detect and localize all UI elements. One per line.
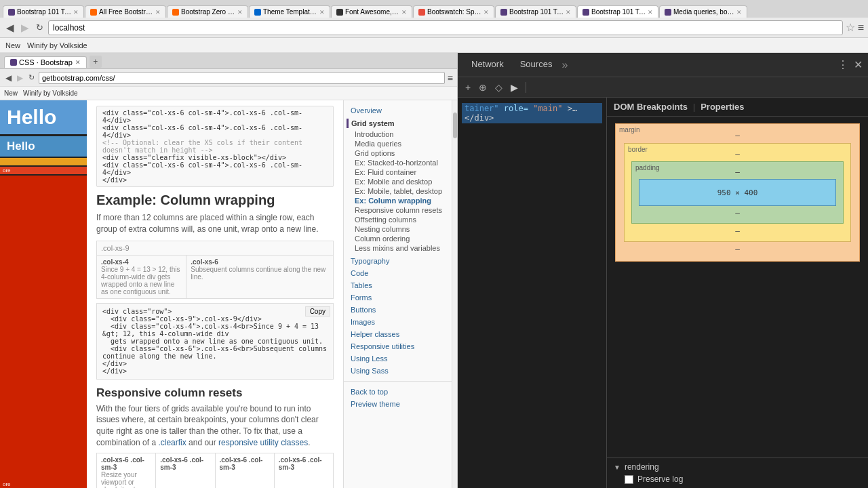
- inner-menu-icon[interactable]: ≡: [448, 73, 453, 83]
- tab-9[interactable]: Media queries, bootstrap a... ✕: [659, 5, 747, 18]
- utility-classes-link[interactable]: responsive utility classes: [218, 438, 308, 447]
- sidebar-item-column-ordering[interactable]: Column ordering: [355, 234, 445, 243]
- menu-icon[interactable]: ≡: [858, 22, 864, 34]
- sidebar-item-helper[interactable]: Helper classes: [351, 330, 399, 338]
- grid-cell-right-body: Subsequent columns continue along the ne…: [191, 266, 329, 281]
- inner-bookmark-new[interactable]: New: [4, 89, 18, 97]
- clearfix-link[interactable]: .clearfix: [158, 438, 186, 447]
- sidebar-item-fluid[interactable]: Ex: Fluid container: [355, 167, 445, 177]
- padding-dash-bottom[interactable]: –: [735, 208, 740, 218]
- sidebar-item-nesting[interactable]: Nesting columns: [355, 224, 445, 234]
- margin-dash-bottom[interactable]: –: [735, 245, 740, 254]
- bookmark-winify[interactable]: Winify by Volkside: [27, 41, 87, 49]
- code-area-line-2: <div class="col-xs-9">.col-xs-9</div>: [102, 315, 328, 323]
- tab-close-4[interactable]: ✕: [319, 9, 325, 16]
- inner-tab-close[interactable]: ✕: [75, 59, 81, 66]
- dev-tools-menu-btn[interactable]: ⋮: [837, 58, 848, 71]
- sidebar-item-overview[interactable]: Overview: [351, 106, 382, 115]
- new-tab-btn[interactable]: +: [90, 56, 102, 68]
- inner-bookmark-winify[interactable]: Winify by Volkside: [23, 89, 78, 97]
- tab-4[interactable]: Theme Template for Bootst... ✕: [249, 5, 330, 18]
- inner-address-bar[interactable]: [39, 72, 445, 84]
- content-scrollbar[interactable]: [452, 100, 457, 488]
- tab-6[interactable]: Bootswatch: Spacelab ✕: [413, 5, 494, 18]
- subsection-suffix: .: [308, 438, 310, 447]
- border-dash-top[interactable]: –: [735, 149, 740, 159]
- tab-3[interactable]: Bootstrap Zero - Free Boo... ✕: [167, 5, 248, 18]
- properties-tab[interactable]: Properties: [701, 102, 744, 112]
- tab-close-9[interactable]: ✕: [736, 9, 742, 16]
- tab-1[interactable]: Bootstrap 101 Template ✕: [3, 5, 84, 18]
- sidebar-item-introduction[interactable]: Introduction: [355, 129, 445, 139]
- star-icon[interactable]: ☆: [846, 21, 855, 34]
- tab-5[interactable]: Font Awesome, the iconic ... ✕: [331, 5, 412, 18]
- sidebar-item-media-queries[interactable]: Media queries: [355, 139, 445, 148]
- sidebar-item-column-wrapping[interactable]: Ex: Column wrapping: [355, 196, 445, 205]
- preserve-log-label: Preserve log: [637, 474, 683, 484]
- subsection-title: Responsive column resets: [96, 386, 334, 400]
- reload-button[interactable]: ↻: [34, 22, 45, 33]
- tab-close-6[interactable]: ✕: [484, 9, 489, 16]
- tab-close-5[interactable]: ✕: [401, 9, 407, 16]
- dev-tool-pin-btn[interactable]: ⊕: [477, 81, 489, 94]
- dev-tools-content: tainer" role= "main" >…</div> DOM Breakp…: [458, 98, 868, 488]
- sidebar-item-responsive-resets[interactable]: Responsive column resets: [355, 205, 445, 215]
- tab-close-8[interactable]: ✕: [648, 9, 653, 16]
- sidebar-item-responsive[interactable]: Responsive utilities: [351, 342, 414, 350]
- inner-back-button[interactable]: ◀: [4, 73, 13, 83]
- tab-close-7[interactable]: ✕: [566, 9, 571, 16]
- sidebar-item-mobile-desktop[interactable]: Ex: Mobile and desktop: [355, 177, 445, 186]
- bottom-cell-2-title: .col-xs-6 .col-sm-3: [160, 456, 210, 471]
- preserve-log-checkbox[interactable]: [625, 475, 633, 484]
- dev-tab-more[interactable]: »: [561, 59, 568, 71]
- sidebar-item-sass[interactable]: Using Sass: [351, 367, 389, 375]
- inner-forward-button[interactable]: ▶: [16, 73, 24, 83]
- sidebar-section-sass: Using Sass: [344, 365, 452, 377]
- rendering-header[interactable]: ▼ rendering: [614, 462, 861, 472]
- sidebar-item-mobile-tablet[interactable]: Ex: Mobile, tablet, desktop: [355, 186, 445, 196]
- padding-dash[interactable]: –: [735, 167, 740, 177]
- sidebar-item-offsetting[interactable]: Offsetting columns: [355, 215, 445, 224]
- dev-html-selected-line[interactable]: tainer" role= "main" >…</div>: [462, 103, 602, 123]
- sidebar-link-back-top[interactable]: Back to top: [351, 388, 388, 396]
- dev-tool-diamond-btn[interactable]: ◇: [493, 81, 505, 94]
- address-bar[interactable]: [48, 20, 843, 35]
- dom-breakpoints-tab[interactable]: DOM Breakpoints: [614, 102, 688, 112]
- dev-tool-play-btn[interactable]: ▶: [509, 81, 520, 94]
- sidebar-item-typography[interactable]: Typography: [351, 257, 389, 265]
- back-button[interactable]: ◀: [4, 21, 16, 35]
- sidebar-item-buttons[interactable]: Buttons: [351, 306, 376, 314]
- section-title: Example: Column wrapping: [96, 192, 334, 208]
- inner-tab-active[interactable]: CSS · Bootstrap ✕: [4, 56, 87, 68]
- sidebar-item-stacked[interactable]: Ex: Stacked-to-horizontal: [355, 158, 445, 167]
- bookmark-new[interactable]: New: [5, 41, 20, 49]
- sidebar-item-forms[interactable]: Forms: [351, 293, 372, 302]
- tab-close-2[interactable]: ✕: [155, 9, 161, 16]
- dev-tool-separator: [526, 82, 526, 93]
- sidebar-item-less-mixins[interactable]: Less mixins and variables: [355, 243, 445, 253]
- sidebar-item-tables[interactable]: Tables: [351, 281, 372, 289]
- inner-reload-button[interactable]: ↻: [27, 73, 36, 83]
- sidebar-item-grid-system[interactable]: Grid system: [351, 119, 395, 127]
- sidebar-item-images[interactable]: Images: [351, 318, 375, 326]
- tab-2[interactable]: All Free Bootstrap Themes... ✕: [85, 5, 166, 18]
- tab-close-1[interactable]: ✕: [73, 9, 79, 16]
- forward-button[interactable]: ▶: [19, 21, 31, 35]
- margin-dash-top[interactable]: –: [735, 131, 740, 140]
- grid-cell-left: .col-xs-4 Since 9 + 4 = 13 > 12, this 4-…: [97, 256, 186, 298]
- sidebar-item-grid-options[interactable]: Grid options: [355, 148, 445, 158]
- border-dash-bottom[interactable]: –: [735, 226, 740, 236]
- dev-tab-network[interactable]: Network: [463, 54, 512, 76]
- rendering-collapse-icon[interactable]: ▼: [614, 464, 620, 471]
- sidebar-item-code[interactable]: Code: [351, 269, 368, 277]
- copy-button[interactable]: Copy: [305, 306, 330, 317]
- scroll-thumb[interactable]: [453, 113, 457, 138]
- sidebar-item-less[interactable]: Using Less: [351, 354, 387, 363]
- sidebar-link-preview[interactable]: Preview theme: [351, 400, 400, 408]
- dev-tab-sources[interactable]: Sources: [512, 54, 561, 76]
- dev-tools-close-btn[interactable]: ✕: [854, 58, 863, 71]
- tab-close-3[interactable]: ✕: [237, 9, 243, 16]
- tab-7[interactable]: Bootstrap 101 Template ✕: [495, 5, 576, 18]
- dev-tool-add-btn[interactable]: +: [463, 81, 473, 94]
- tab-8[interactable]: Bootstrap 101 Template ✕: [577, 5, 658, 18]
